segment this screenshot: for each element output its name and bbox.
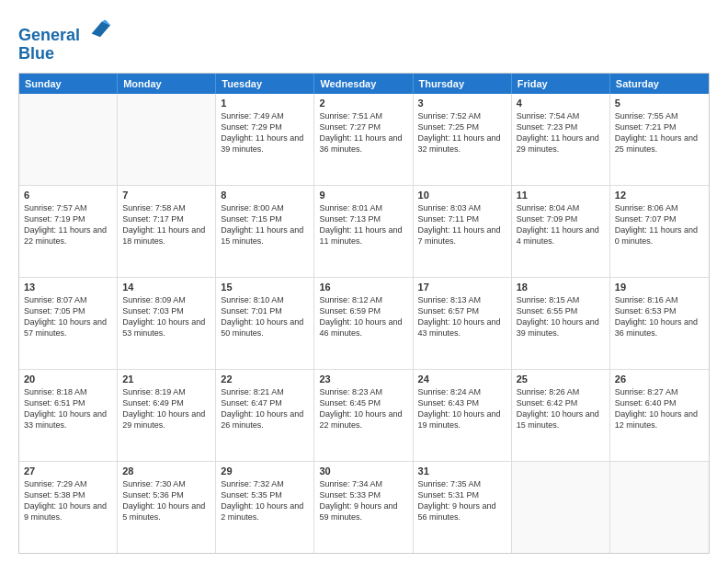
sunrise-time: Sunrise: 8:01 AM (319, 202, 407, 213)
cal-day-5: 5Sunrise: 7:55 AMSunset: 7:21 PMDaylight… (610, 94, 709, 185)
cal-day-16: 16Sunrise: 8:12 AMSunset: 6:59 PMDayligh… (314, 278, 413, 369)
sunrise-time: Sunrise: 8:26 AM (517, 386, 605, 397)
day-number: 19 (615, 282, 704, 293)
sunset-time: Sunset: 7:07 PM (615, 213, 704, 224)
sunset-time: Sunset: 7:23 PM (517, 121, 605, 132)
sunset-time: Sunset: 6:57 PM (418, 305, 506, 316)
sunset-time: Sunset: 6:43 PM (418, 397, 506, 408)
weekday-header-friday: Friday (512, 74, 610, 94)
calendar-row-1: 1Sunrise: 7:49 AMSunset: 7:29 PMDaylight… (19, 94, 709, 186)
daylight-hours: Daylight: 10 hours and 36 minutes. (615, 316, 704, 339)
day-number: 21 (122, 373, 210, 385)
sunrise-time: Sunrise: 7:35 AM (418, 478, 506, 489)
sunset-time: Sunset: 7:15 PM (221, 213, 309, 224)
day-number: 3 (418, 98, 506, 109)
sunset-time: Sunset: 7:25 PM (418, 121, 506, 132)
day-number: 13 (24, 282, 112, 293)
sunset-time: Sunset: 5:35 PM (221, 489, 309, 500)
cal-empty-cell (118, 94, 216, 185)
cal-day-13: 13Sunrise: 8:07 AMSunset: 7:05 PMDayligh… (19, 278, 118, 369)
sunrise-time: Sunrise: 7:32 AM (221, 478, 309, 489)
cal-day-30: 30Sunrise: 7:34 AMSunset: 5:33 PMDayligh… (314, 462, 413, 553)
cal-day-2: 2Sunrise: 7:51 AMSunset: 7:27 PMDaylight… (314, 94, 413, 185)
cal-day-10: 10Sunrise: 8:03 AMSunset: 7:11 PMDayligh… (414, 186, 512, 277)
sunrise-time: Sunrise: 8:27 AM (615, 386, 704, 397)
sunset-time: Sunset: 7:03 PM (122, 305, 210, 316)
daylight-hours: Daylight: 10 hours and 29 minutes. (122, 408, 210, 431)
sunrise-time: Sunrise: 8:21 AM (221, 386, 309, 397)
cal-day-11: 11Sunrise: 8:04 AMSunset: 7:09 PMDayligh… (512, 186, 610, 277)
daylight-hours: Daylight: 10 hours and 33 minutes. (24, 408, 112, 431)
daylight-hours: Daylight: 10 hours and 9 minutes. (24, 500, 112, 523)
day-number: 16 (319, 282, 407, 293)
sunset-time: Sunset: 7:09 PM (517, 213, 605, 224)
cal-day-3: 3Sunrise: 7:52 AMSunset: 7:25 PMDaylight… (414, 94, 512, 185)
sunrise-time: Sunrise: 7:51 AM (319, 110, 407, 121)
daylight-hours: Daylight: 10 hours and 5 minutes. (122, 500, 210, 523)
daylight-hours: Daylight: 10 hours and 53 minutes. (122, 316, 210, 339)
sunrise-time: Sunrise: 8:16 AM (615, 294, 704, 305)
sunrise-time: Sunrise: 8:24 AM (418, 386, 506, 397)
daylight-hours: Daylight: 9 hours and 56 minutes. (418, 500, 506, 523)
cal-day-24: 24Sunrise: 8:24 AMSunset: 6:43 PMDayligh… (414, 370, 512, 461)
day-number: 23 (319, 373, 407, 385)
sunrise-time: Sunrise: 7:34 AM (319, 478, 407, 489)
day-number: 29 (221, 465, 309, 477)
sunset-time: Sunset: 6:51 PM (24, 397, 112, 408)
cal-empty-cell (610, 462, 709, 553)
sunset-time: Sunset: 5:38 PM (24, 489, 112, 500)
sunrise-time: Sunrise: 8:13 AM (418, 294, 506, 305)
weekday-header-wednesday: Wednesday (314, 74, 413, 94)
sunrise-time: Sunrise: 7:49 AM (221, 110, 309, 121)
calendar-header: SundayMondayTuesdayWednesdayThursdayFrid… (19, 74, 709, 94)
sunset-time: Sunset: 6:55 PM (517, 305, 605, 316)
sunrise-time: Sunrise: 8:04 AM (517, 202, 605, 213)
cal-day-22: 22Sunrise: 8:21 AMSunset: 6:47 PMDayligh… (216, 370, 314, 461)
day-number: 14 (122, 282, 210, 293)
sunrise-time: Sunrise: 7:29 AM (24, 478, 112, 489)
sunset-time: Sunset: 7:29 PM (221, 121, 309, 132)
daylight-hours: Daylight: 11 hours and 0 minutes. (615, 224, 704, 247)
daylight-hours: Daylight: 11 hours and 7 minutes. (418, 224, 506, 247)
sunrise-time: Sunrise: 8:23 AM (319, 386, 407, 397)
sunset-time: Sunset: 7:19 PM (24, 213, 112, 224)
sunset-time: Sunset: 5:33 PM (319, 489, 407, 500)
weekday-header-thursday: Thursday (414, 74, 512, 94)
day-number: 31 (418, 465, 506, 477)
cal-day-14: 14Sunrise: 8:09 AMSunset: 7:03 PMDayligh… (118, 278, 216, 369)
day-number: 12 (615, 190, 704, 201)
daylight-hours: Daylight: 11 hours and 29 minutes. (517, 132, 605, 155)
cal-day-26: 26Sunrise: 8:27 AMSunset: 6:40 PMDayligh… (610, 370, 709, 461)
cal-day-15: 15Sunrise: 8:10 AMSunset: 7:01 PMDayligh… (216, 278, 314, 369)
page: General Blue SundayMondayTuesdayWednesda… (0, 0, 728, 563)
daylight-hours: Daylight: 10 hours and 15 minutes. (517, 408, 605, 431)
weekday-header-monday: Monday (118, 74, 216, 94)
sunrise-time: Sunrise: 8:19 AM (122, 386, 210, 397)
weekday-header-tuesday: Tuesday (216, 74, 314, 94)
cal-day-4: 4Sunrise: 7:54 AMSunset: 7:23 PMDaylight… (512, 94, 610, 185)
daylight-hours: Daylight: 10 hours and 57 minutes. (24, 316, 112, 339)
sunset-time: Sunset: 7:17 PM (122, 213, 210, 224)
sunrise-time: Sunrise: 7:57 AM (24, 202, 112, 213)
sunrise-time: Sunrise: 8:06 AM (615, 202, 704, 213)
sunset-time: Sunset: 5:36 PM (122, 489, 210, 500)
daylight-hours: Daylight: 10 hours and 26 minutes. (221, 408, 309, 431)
weekday-header-saturday: Saturday (610, 74, 709, 94)
daylight-hours: Daylight: 9 hours and 59 minutes. (319, 500, 407, 523)
sunset-time: Sunset: 7:13 PM (319, 213, 407, 224)
cal-day-28: 28Sunrise: 7:30 AMSunset: 5:36 PMDayligh… (118, 462, 216, 553)
daylight-hours: Daylight: 10 hours and 43 minutes. (418, 316, 506, 339)
header: General Blue (18, 15, 710, 63)
sunrise-time: Sunrise: 8:12 AM (319, 294, 407, 305)
cal-day-23: 23Sunrise: 8:23 AMSunset: 6:45 PMDayligh… (314, 370, 413, 461)
day-number: 27 (24, 465, 112, 477)
day-number: 7 (122, 190, 210, 201)
sunset-time: Sunset: 6:47 PM (221, 397, 309, 408)
cal-day-21: 21Sunrise: 8:19 AMSunset: 6:49 PMDayligh… (118, 370, 216, 461)
cal-day-18: 18Sunrise: 8:15 AMSunset: 6:55 PMDayligh… (512, 278, 610, 369)
sunset-time: Sunset: 6:45 PM (319, 397, 407, 408)
cal-day-31: 31Sunrise: 7:35 AMSunset: 5:31 PMDayligh… (414, 462, 512, 553)
day-number: 8 (221, 190, 309, 201)
sunset-time: Sunset: 7:11 PM (418, 213, 506, 224)
sunrise-time: Sunrise: 8:18 AM (24, 386, 112, 397)
